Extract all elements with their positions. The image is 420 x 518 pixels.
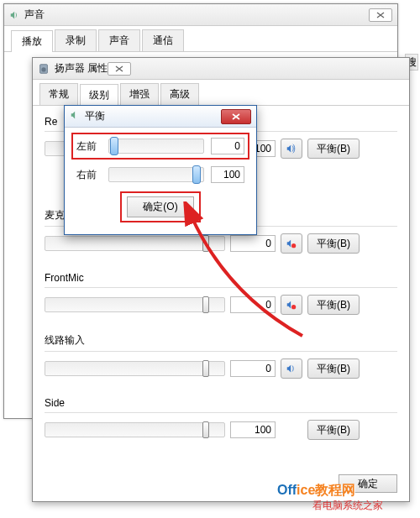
section-label: Side	[45, 397, 397, 409]
volume-readout: 100	[230, 421, 276, 438]
ok-button[interactable]: 确定(O)	[127, 196, 193, 217]
close-button[interactable]	[221, 109, 251, 124]
balance-titlebar: 平衡	[65, 106, 256, 128]
mute-button[interactable]	[281, 295, 302, 315]
balance-readout-left: 0	[211, 138, 244, 154]
volume-slider[interactable]	[45, 236, 225, 251]
balance-slider-left[interactable]	[108, 139, 204, 154]
tab-enhancements[interactable]: 增强	[120, 83, 159, 105]
divider	[45, 287, 397, 288]
balance-button[interactable]: 平衡(B)	[307, 420, 360, 440]
highlight-box-ok: 确定(O)	[120, 191, 200, 222]
svg-point-1	[41, 67, 45, 71]
mute-button[interactable]	[281, 139, 302, 159]
balance-button[interactable]: 平衡(B)	[307, 295, 360, 315]
level-section-linein: 线路输入 0 平衡(B)	[45, 333, 397, 379]
channel-label: 左前	[76, 139, 102, 154]
sound-tabs: 播放 录制 声音 通信	[4, 26, 397, 52]
volume-slider[interactable]	[45, 361, 225, 376]
svg-point-2	[291, 243, 296, 248]
section-label: 线路输入	[45, 333, 397, 348]
tab-levels[interactable]: 级别	[80, 84, 118, 106]
sound-titlebar: 声音	[4, 4, 397, 26]
balance-slider-right[interactable]	[108, 167, 204, 182]
divider	[45, 351, 397, 352]
mute-button[interactable]	[281, 233, 302, 254]
watermark-secondary: 看电脑系统之家	[312, 499, 383, 513]
divider	[45, 412, 397, 413]
highlight-box-left: 左前 0	[71, 133, 249, 160]
balance-button[interactable]: 平衡(B)	[307, 139, 360, 159]
balance-readout-right: 100	[211, 166, 244, 183]
volume-slider[interactable]	[45, 297, 225, 312]
section-label: FrontMic	[45, 272, 397, 284]
balance-button[interactable]: 平衡(B)	[307, 233, 360, 254]
balance-button[interactable]: 平衡(B)	[307, 358, 360, 379]
balance-row-right-front: 右前 100	[76, 166, 244, 183]
speaker-title: 扬声器 属性	[55, 61, 108, 76]
speaker-icon	[38, 63, 50, 75]
tab-communications[interactable]: 通信	[142, 29, 184, 51]
watermark-office: Office教程网	[277, 482, 355, 500]
speaker-icon	[70, 109, 81, 123]
close-button[interactable]	[108, 62, 131, 76]
sound-title: 声音	[24, 8, 369, 22]
volume-readout: 0	[230, 296, 276, 313]
tab-general[interactable]: 常规	[39, 83, 78, 105]
tab-sounds[interactable]: 声音	[98, 29, 140, 51]
close-button[interactable]	[369, 8, 392, 22]
speaker-titlebar: 扬声器 属性	[33, 58, 409, 80]
balance-title: 平衡	[85, 109, 221, 123]
volume-readout: 0	[230, 360, 276, 377]
tab-recording[interactable]: 录制	[55, 29, 97, 51]
channel-label: 右前	[76, 168, 102, 182]
volume-slider[interactable]	[45, 422, 225, 437]
tab-playback[interactable]: 播放	[11, 30, 53, 52]
balance-row-left-front: 左前 0	[76, 138, 244, 154]
mute-button[interactable]	[281, 358, 302, 379]
balance-dialog: 平衡 左前 0 右前 100 确定(O)	[64, 105, 257, 235]
tab-advanced[interactable]: 高级	[160, 83, 199, 105]
speaker-tabs: 常规 级别 增强 高级	[33, 80, 409, 105]
level-section-side: Side 100 平衡(B)	[45, 397, 397, 440]
svg-point-3	[291, 305, 296, 309]
volume-readout: 0	[230, 235, 276, 252]
level-section-frontmic: FrontMic 0 平衡(B)	[45, 272, 397, 315]
speaker-icon	[9, 9, 21, 21]
